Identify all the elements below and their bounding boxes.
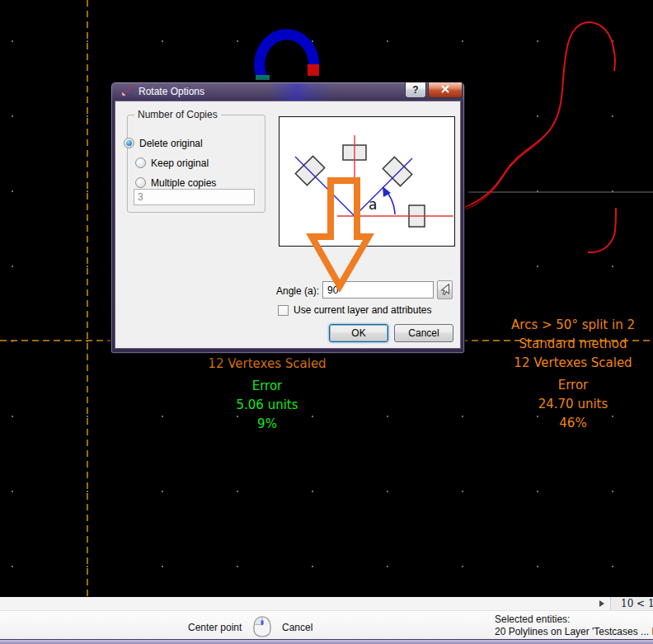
rotate-options-dialog: Rotate Options ? Number of Copies Delete… bbox=[110, 82, 465, 354]
arch-red-cap bbox=[308, 64, 319, 76]
preview-angle-symbol: a bbox=[369, 196, 377, 213]
group-title: Number of Copies bbox=[134, 109, 221, 120]
error-percent: 46% bbox=[491, 414, 653, 433]
horizontal-scrollbar-row: 10 < 1 bbox=[0, 597, 653, 610]
taskbar-edge bbox=[0, 639, 653, 644]
status-bar: Center point Cancel Selected entities: 2… bbox=[0, 610, 653, 639]
scroll-right-arrow-icon[interactable] bbox=[594, 597, 610, 610]
red-spline-curve bbox=[462, 22, 615, 209]
result-line2: Standard method bbox=[491, 335, 653, 354]
rotation-preview: a bbox=[279, 116, 455, 247]
radio-button-icon[interactable] bbox=[124, 138, 134, 148]
arch-teal-cap bbox=[256, 75, 270, 80]
preview-blue-diagonal-left bbox=[295, 157, 355, 216]
error-label: Error bbox=[491, 376, 653, 395]
preview-square-left bbox=[295, 156, 324, 185]
angle-label: Angle (a): bbox=[276, 285, 319, 297]
center-point-hint: Center point bbox=[188, 622, 242, 633]
use-current-layer-label: Use current layer and attributes bbox=[294, 304, 431, 316]
error-label: Error bbox=[193, 377, 341, 396]
result-label-right: Arcs > 50° split in 2 Standard method 12… bbox=[491, 316, 653, 433]
preview-square-right bbox=[383, 157, 411, 186]
pointer-icon bbox=[440, 284, 450, 295]
selected-entities-label: Selected entities: bbox=[495, 613, 570, 625]
help-button[interactable]: ? bbox=[405, 82, 426, 98]
close-icon bbox=[440, 85, 450, 93]
mouse-icon bbox=[251, 615, 273, 638]
radio-label: Keep original bbox=[151, 157, 209, 169]
angle-input[interactable] bbox=[322, 281, 434, 298]
ok-button[interactable]: OK bbox=[329, 324, 388, 342]
application-window: { "dialog": { "title": "Rotate Options",… bbox=[0, 0, 653, 644]
dialog-client-area: Number of Copies Delete original Keep or… bbox=[115, 101, 461, 349]
selected-entities-value: 20 Polylines on Layer 'Testcases ... Er bbox=[495, 626, 653, 637]
crosshair-vertical-line bbox=[87, 0, 88, 596]
error-units: 24.70 units bbox=[491, 395, 653, 414]
aero-glass-streak bbox=[268, 83, 334, 101]
result-line3: 12 Vertexes Scaled bbox=[491, 354, 653, 373]
radio-label: Multiple copies bbox=[151, 177, 216, 189]
radio-button-icon[interactable] bbox=[135, 157, 146, 168]
dialog-title: Rotate Options bbox=[139, 86, 204, 97]
rotate-icon bbox=[120, 85, 134, 98]
error-units: 5.06 units bbox=[193, 396, 341, 415]
result-title: 12 Vertexes Scaled bbox=[193, 355, 341, 374]
pick-angle-button[interactable] bbox=[437, 280, 453, 299]
copies-count-input[interactable] bbox=[134, 189, 255, 205]
result-line1: Arcs > 50° split in 2 bbox=[491, 316, 653, 335]
result-label-middle: 12 Vertexes Scaled Error 5.06 units 9% bbox=[193, 355, 341, 434]
horizontal-scrollbar[interactable] bbox=[0, 597, 611, 610]
radio-label: Delete original bbox=[139, 138, 203, 149]
use-current-layer-checkbox[interactable] bbox=[278, 305, 289, 316]
red-hook-curve bbox=[588, 208, 616, 252]
cancel-button[interactable]: Cancel bbox=[394, 324, 453, 342]
error-percent: 9% bbox=[193, 415, 341, 434]
rotation-preview-diagram: a bbox=[280, 117, 454, 246]
blue-arch-shape bbox=[260, 35, 314, 78]
close-button[interactable] bbox=[428, 82, 463, 98]
radio-button-icon[interactable] bbox=[135, 177, 146, 188]
scroll-indicator-text: 10 < 1 bbox=[621, 598, 653, 609]
cancel-hint: Cancel bbox=[282, 622, 312, 633]
